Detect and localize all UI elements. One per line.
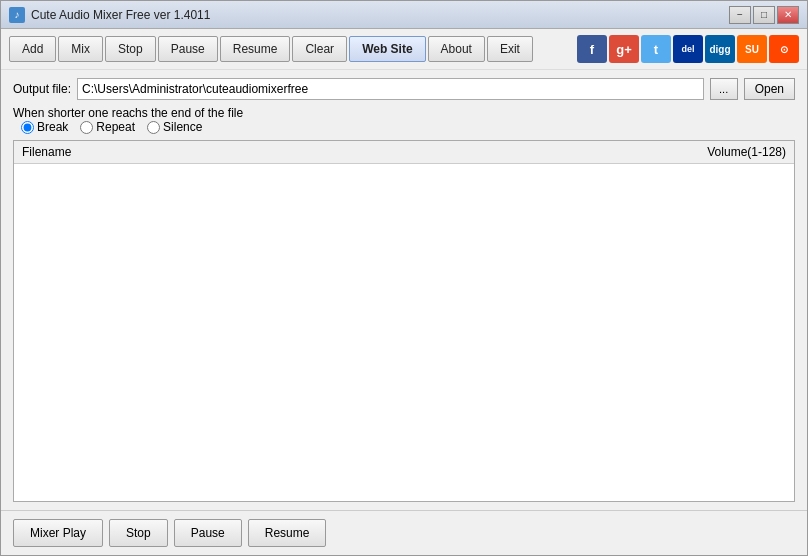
repeat-radio[interactable]: [80, 121, 93, 134]
bottom-resume-button[interactable]: Resume: [248, 519, 327, 547]
radio-repeat-group: Repeat: [80, 120, 135, 134]
radio-section: When shorter one reachs the end of the f…: [13, 106, 795, 134]
add-button[interactable]: Add: [9, 36, 56, 62]
pause-button[interactable]: Pause: [158, 36, 218, 62]
exit-button[interactable]: Exit: [487, 36, 533, 62]
file-list-body[interactable]: [14, 164, 794, 501]
col-volume-header: Volume(1-128): [686, 145, 786, 159]
title-bar: ♪ Cute Audio Mixer Free ver 1.4011 − □ ✕: [1, 1, 807, 29]
reddit-icon[interactable]: ⊙: [769, 35, 799, 63]
stop-button[interactable]: Stop: [105, 36, 156, 62]
close-button[interactable]: ✕: [777, 6, 799, 24]
file-list-header: Filename Volume(1-128): [14, 141, 794, 164]
app-icon: ♪: [9, 7, 25, 23]
silence-radio[interactable]: [147, 121, 160, 134]
output-row: Output file: ... Open: [13, 78, 795, 100]
silence-label: Silence: [163, 120, 202, 134]
output-label: Output file:: [13, 82, 71, 96]
website-button[interactable]: Web Site: [349, 36, 425, 62]
bottom-stop-button[interactable]: Stop: [109, 519, 168, 547]
content-area: Output file: ... Open When shorter one r…: [1, 70, 807, 510]
radio-row: Break Repeat Silence: [13, 120, 795, 134]
facebook-icon[interactable]: f: [577, 35, 607, 63]
social-icons: f g+ t del digg SU ⊙: [577, 35, 799, 63]
bottom-pause-button[interactable]: Pause: [174, 519, 242, 547]
resume-button[interactable]: Resume: [220, 36, 291, 62]
browse-button[interactable]: ...: [710, 78, 738, 100]
minimize-button[interactable]: −: [729, 6, 751, 24]
open-button[interactable]: Open: [744, 78, 795, 100]
file-list: Filename Volume(1-128): [13, 140, 795, 502]
mixer-play-button[interactable]: Mixer Play: [13, 519, 103, 547]
main-window: ♪ Cute Audio Mixer Free ver 1.4011 − □ ✕…: [0, 0, 808, 556]
about-button[interactable]: About: [428, 36, 485, 62]
clear-button[interactable]: Clear: [292, 36, 347, 62]
window-controls: − □ ✕: [729, 6, 799, 24]
output-path-input[interactable]: [77, 78, 704, 100]
radio-silence-group: Silence: [147, 120, 202, 134]
googleplus-icon[interactable]: g+: [609, 35, 639, 63]
delicious-icon[interactable]: del: [673, 35, 703, 63]
break-label: Break: [37, 120, 68, 134]
when-label: When shorter one reachs the end of the f…: [13, 106, 243, 120]
repeat-label: Repeat: [96, 120, 135, 134]
toolbar: Add Mix Stop Pause Resume Clear Web Site…: [1, 29, 807, 70]
stumbleupon-icon[interactable]: SU: [737, 35, 767, 63]
maximize-button[interactable]: □: [753, 6, 775, 24]
twitter-icon[interactable]: t: [641, 35, 671, 63]
col-filename-header: Filename: [22, 145, 686, 159]
window-title: Cute Audio Mixer Free ver 1.4011: [31, 8, 729, 22]
bottom-bar: Mixer Play Stop Pause Resume: [1, 510, 807, 555]
digg-icon[interactable]: digg: [705, 35, 735, 63]
radio-break-group: Break: [21, 120, 68, 134]
break-radio[interactable]: [21, 121, 34, 134]
mix-button[interactable]: Mix: [58, 36, 103, 62]
